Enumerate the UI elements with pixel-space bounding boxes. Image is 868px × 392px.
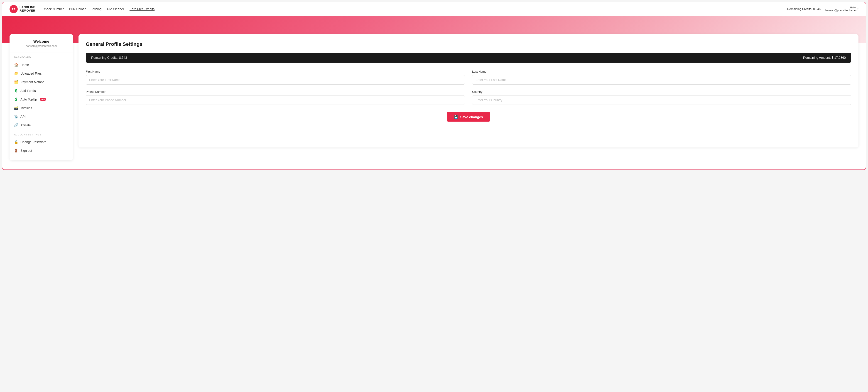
nav-earn-credits[interactable]: Earn Free Credits — [129, 7, 155, 11]
account-settings-section-label: Account settings — [9, 129, 73, 138]
sidebar-item-home[interactable]: 🏠 Home — [9, 61, 73, 69]
affiliate-icon: 🔗 — [14, 123, 18, 127]
sidebar-change-password-label: Change Password — [21, 140, 46, 144]
sidebar-welcome: Welcome — [14, 39, 68, 43]
sidebar-payment-method-label: Payment Method — [21, 80, 44, 84]
sidebar-invoices-label: Invoices — [21, 106, 32, 110]
auto-topup-icon: 💲 — [14, 97, 18, 101]
logo-icon: ✂ — [9, 5, 18, 13]
sidebar-item-sign-out[interactable]: 🚪 Sign out — [9, 146, 73, 155]
page-title: General Profile Settings — [86, 41, 851, 47]
sidebar-item-add-funds[interactable]: 💲 Add Funds — [9, 86, 73, 95]
save-icon: 💾 — [454, 115, 458, 119]
api-icon: 📡 — [14, 115, 18, 119]
user-email: bansari@pranshtech.com — [825, 9, 857, 12]
new-badge: New — [40, 98, 46, 101]
sidebar-affiliate-label: Affiliate — [21, 123, 31, 127]
add-funds-icon: 💲 — [14, 89, 18, 93]
sidebar-user-email: bansari@pranshtech.com — [14, 44, 68, 48]
user-info[interactable]: Hello, bansari@pranshtech.com ▾ — [825, 6, 859, 12]
last-name-group: Last Name — [472, 70, 851, 85]
page-wrapper: ✂ LANDLINEREMOVER Check Number Bulk Uplo… — [2, 2, 866, 170]
phone-group: Phone Number — [86, 90, 465, 105]
nav-file-cleaner[interactable]: File Cleaner — [107, 7, 124, 11]
credits-bar: Remaining Credits: 8,543 Remaining Amoun… — [86, 53, 851, 63]
sidebar-signout-label: Sign out — [21, 149, 32, 152]
main-panel: General Profile Settings Remaining Credi… — [79, 34, 859, 147]
sidebar-header: Welcome bansari@pranshtech.com — [9, 39, 73, 52]
invoices-icon: 🗃️ — [14, 106, 18, 110]
profile-form: First Name Last Name Phone Number Countr… — [86, 70, 851, 105]
first-name-label: First Name — [86, 70, 465, 73]
logo-text: LANDLINEREMOVER — [20, 6, 35, 12]
nav-check-number[interactable]: Check Number — [43, 7, 64, 11]
country-label: Country — [472, 90, 851, 93]
save-button[interactable]: 💾 Save changes — [447, 112, 490, 122]
sidebar-item-api[interactable]: 📡 API — [9, 112, 73, 121]
country-group: Country — [472, 90, 851, 105]
home-icon: 🏠 — [14, 63, 18, 67]
sidebar-home-label: Home — [21, 63, 29, 67]
navbar: ✂ LANDLINEREMOVER Check Number Bulk Uplo… — [2, 2, 866, 16]
save-button-label: Save changes — [460, 115, 483, 119]
sidebar-item-auto-topup[interactable]: 💲 Auto TopUp New — [9, 95, 73, 104]
phone-input[interactable] — [86, 95, 465, 105]
dashboard-section-label: Dashboard — [9, 52, 73, 61]
save-section: 💾 Save changes — [86, 112, 851, 122]
first-name-group: First Name — [86, 70, 465, 85]
sidebar-item-payment-method[interactable]: 🗂️ Payment Method — [9, 78, 73, 86]
remaining-credits: Remaining Credits: 8.54K — [787, 7, 821, 11]
first-name-input[interactable] — [86, 75, 465, 85]
logo: ✂ LANDLINEREMOVER — [9, 5, 35, 13]
sidebar: Welcome bansari@pranshtech.com Dashboard… — [9, 34, 73, 160]
signout-icon: 🚪 — [14, 149, 18, 153]
phone-label: Phone Number — [86, 90, 465, 93]
country-input[interactable] — [472, 95, 851, 105]
nav-links: Check Number Bulk Upload Pricing File Cl… — [43, 7, 780, 11]
nav-pricing[interactable]: Pricing — [92, 7, 102, 11]
last-name-label: Last Name — [472, 70, 851, 73]
hello-label: Hello, — [825, 6, 857, 9]
lock-icon: 🔒 — [14, 140, 18, 144]
remaining-amount-text: Remaining Amount: $ 17.0860 — [803, 56, 846, 59]
nav-bulk-upload[interactable]: Bulk Upload — [69, 7, 87, 11]
sidebar-api-label: API — [21, 115, 26, 118]
sidebar-item-affiliate[interactable]: 🔗 Affiliate — [9, 121, 73, 129]
sidebar-item-uploaded-files[interactable]: 📁 Uploaded Files — [9, 69, 73, 78]
last-name-input[interactable] — [472, 75, 851, 85]
main-content: Welcome bansari@pranshtech.com Dashboard… — [2, 34, 866, 170]
folder-icon: 📁 — [14, 71, 18, 76]
chevron-down-icon: ▾ — [857, 8, 859, 10]
sidebar-item-invoices[interactable]: 🗃️ Invoices — [9, 104, 73, 112]
payment-icon: 🗂️ — [14, 80, 18, 84]
sidebar-add-funds-label: Add Funds — [21, 89, 36, 93]
nav-right: Remaining Credits: 8.54K Hello, bansari@… — [787, 6, 859, 12]
sidebar-item-change-password[interactable]: 🔒 Change Password — [9, 138, 73, 146]
remaining-credits-text: Remaining Credits: 8,543 — [91, 56, 127, 59]
sidebar-auto-topup-label: Auto TopUp — [21, 97, 37, 101]
sidebar-uploaded-files-label: Uploaded Files — [21, 72, 41, 75]
